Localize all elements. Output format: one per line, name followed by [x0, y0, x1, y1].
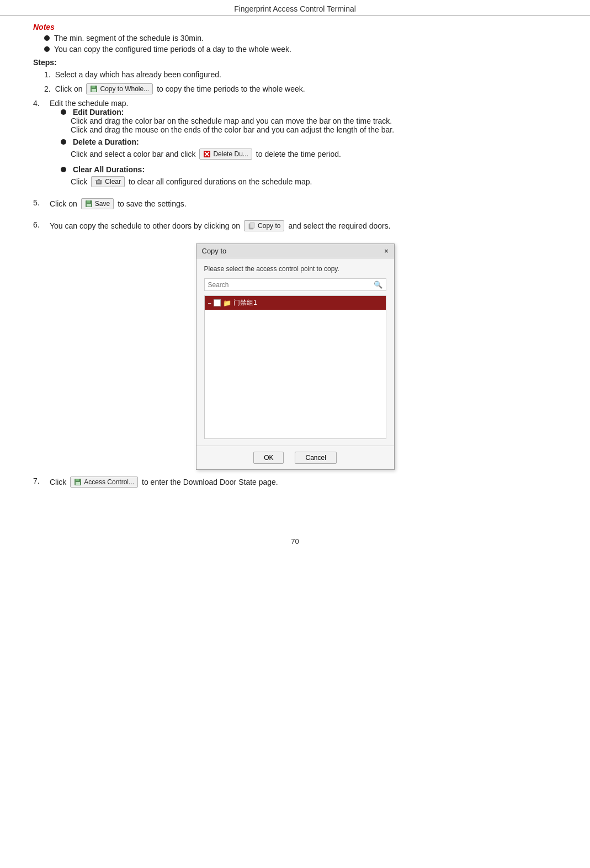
dialog-titlebar: Copy to × [196, 244, 394, 258]
dialog-box: Copy to × Please select the access contr… [196, 244, 395, 470]
dialog-cancel-button[interactable]: Cancel [295, 452, 336, 464]
dialog-instruction: Please select the access control point t… [204, 265, 386, 273]
step-1: 1. Select a day which has already been c… [44, 70, 557, 79]
dialog-body: Please select the access control point t… [196, 258, 394, 446]
svg-rect-8 [95, 180, 102, 181]
save-button[interactable]: Save [81, 198, 114, 209]
bullet-icon-2 [44, 46, 50, 52]
tree-item-label: 门禁组1 [233, 298, 257, 308]
svg-rect-18 [76, 479, 79, 481]
bullet-icon-clear [61, 167, 66, 172]
dialog-ok-button[interactable]: OK [253, 452, 284, 464]
svg-rect-13 [87, 200, 90, 203]
access-control-button[interactable]: Access Control... [70, 477, 138, 488]
save-icon-btn [85, 200, 93, 208]
notes-section: Notes The min. segment of the schedule i… [33, 23, 557, 54]
clear-button[interactable]: Clear [91, 176, 125, 187]
delete-du-button[interactable]: Delete Du... [199, 149, 252, 160]
folder-icon: 📁 [223, 299, 231, 307]
notes-item-2: You can copy the configured time periods… [44, 45, 557, 54]
copy-to-dialog: Copy to × Please select the access contr… [33, 244, 557, 470]
section-6: 6. You can copy the schedule to other do… [33, 220, 557, 237]
dialog-title: Copy to [202, 247, 227, 255]
page-footer: 70 [0, 537, 590, 546]
x-icon [203, 150, 211, 158]
copy-icon [248, 222, 256, 230]
dialog-close-button[interactable]: × [384, 247, 388, 255]
svg-rect-14 [87, 204, 91, 207]
step-2: 2. Click on Copy to Whole... to copy the… [44, 83, 557, 94]
tree-toggle-icon: − [208, 300, 211, 306]
section-7: 7. Click Access Control... to enter the … [33, 477, 557, 493]
search-icon: 🔍 [370, 279, 386, 290]
dialog-footer: OK Cancel [196, 446, 394, 469]
edit-duration-item: Edit Duration: Click and drag the color … [61, 108, 557, 134]
tree-checkbox[interactable] [214, 299, 221, 306]
section-5: 5. Click on Save to save the settings. [33, 198, 557, 215]
svg-rect-2 [92, 89, 96, 92]
dialog-tree-area[interactable]: − 📁 门禁组1 [204, 295, 386, 439]
section-4: 4. Edit the schedule map. Edit Duration:… [33, 99, 557, 193]
delete-duration-item: Delete a Duration: Click and select a co… [61, 137, 557, 160]
steps-section: Steps: 1. Select a day which has already… [33, 58, 557, 94]
page-title: Fingerprint Access Control Terminal [234, 4, 356, 13]
dialog-search-row: 🔍 [204, 278, 386, 291]
notes-title: Notes [33, 23, 557, 31]
svg-rect-16 [250, 223, 254, 228]
svg-rect-7 [98, 179, 100, 180]
save-icon [90, 85, 98, 93]
steps-list: 1. Select a day which has already been c… [44, 70, 557, 94]
trash-icon [95, 178, 103, 186]
copy-to-whole-button[interactable]: Copy to Whole... [86, 83, 153, 94]
tree-item-1[interactable]: − 📁 门禁组1 [205, 296, 386, 310]
page-header: Fingerprint Access Control Terminal [0, 0, 590, 16]
notes-list: The min. segment of the schedule is 30mi… [44, 34, 557, 54]
copy-to-button[interactable]: Copy to [244, 220, 284, 231]
clear-all-durations-item: Clear All Durations: Click [61, 165, 557, 187]
bullet-icon-1 [44, 35, 50, 41]
access-control-icon [74, 478, 82, 486]
steps-title: Steps: [33, 58, 557, 67]
page-number: 70 [291, 537, 299, 546]
bullet-icon-delete [61, 139, 66, 145]
page-content: Notes The min. segment of the schedule i… [0, 23, 590, 521]
notes-item-1: The min. segment of the schedule is 30mi… [44, 34, 557, 43]
dialog-search-input[interactable] [205, 279, 370, 290]
bullet-icon-edit [61, 109, 66, 115]
svg-rect-19 [76, 482, 80, 485]
svg-rect-1 [92, 86, 95, 88]
